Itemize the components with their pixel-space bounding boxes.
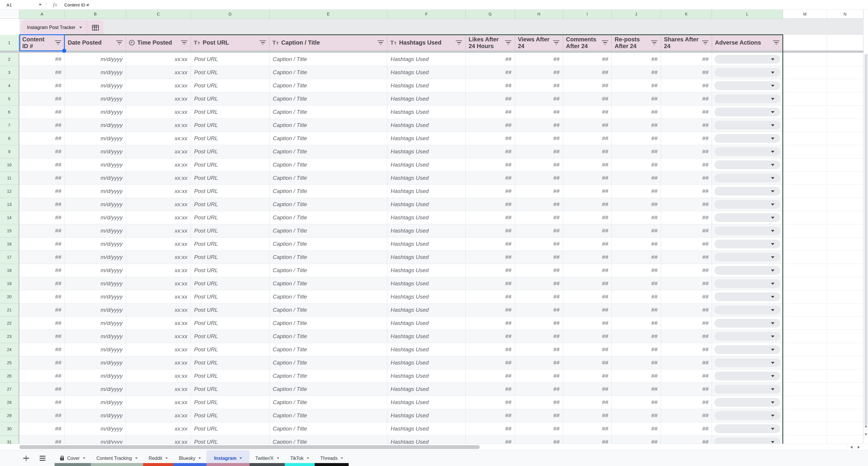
cell-C24[interactable]: xx:xx [126,343,191,356]
cell-G13[interactable]: ## [466,198,515,211]
cell-M14[interactable] [783,211,827,224]
cell-L22[interactable] [712,317,783,330]
cell-M16[interactable] [783,238,827,251]
row-header-29[interactable]: 29 [0,409,19,422]
sheet-tab-reddit[interactable]: Reddit [143,451,173,466]
frozen-row-divider[interactable] [0,51,863,53]
cell-D11[interactable]: Post URL [191,172,270,185]
scroll-left-button[interactable] [847,444,855,450]
cell-E26[interactable]: Caption / Title [270,370,388,383]
cell-F3[interactable]: Hashtags Used [388,66,466,79]
row-header-27[interactable]: 27 [0,383,19,396]
cell-A29[interactable]: ## [19,409,65,422]
cell-M29[interactable] [783,409,827,422]
cell-D22[interactable]: Post URL [191,317,270,330]
name-box[interactable]: A1 [0,2,42,7]
cell-N6[interactable] [827,105,863,119]
cell-I6[interactable]: ## [563,105,612,119]
cell-I28[interactable]: ## [563,396,612,409]
cell-A24[interactable]: ## [19,343,65,356]
cell-K13[interactable]: ## [661,198,712,211]
cell-C19[interactable]: xx:xx [126,277,191,290]
cell-J9[interactable]: ## [612,145,661,158]
adverse-actions-dropdown[interactable] [714,107,780,117]
cell-M21[interactable] [783,304,827,317]
cell-F11[interactable]: Hashtags Used [388,172,466,185]
cell-K19[interactable]: ## [661,277,712,290]
cell-G12[interactable]: ## [466,185,515,198]
cell-I15[interactable]: ## [563,224,612,238]
cell-H23[interactable]: ## [515,330,563,343]
cell-B4[interactable]: m/d/yyyy [65,79,126,92]
adverse-actions-dropdown[interactable] [714,279,780,288]
cell-G20[interactable]: ## [466,290,515,304]
cell-B20[interactable]: m/d/yyyy [65,290,126,304]
horizontal-scrollbar-thumb[interactable] [19,445,480,449]
cell-I13[interactable]: ## [563,198,612,211]
row-header-22[interactable]: 22 [0,317,19,330]
cell-L9[interactable] [712,145,783,158]
cell-E25[interactable]: Caption / Title [270,356,388,370]
row-header-13[interactable]: 13 [0,198,19,211]
cell-D25[interactable]: Post URL [191,356,270,370]
cell-I9[interactable]: ## [563,145,612,158]
cell-I14[interactable]: ## [563,211,612,224]
row-header-18[interactable]: 18 [0,264,19,277]
cell-A17[interactable]: ## [19,251,65,264]
cell-L15[interactable] [712,224,783,238]
scroll-up-icon[interactable] [865,425,867,427]
cell-H21[interactable]: ## [515,304,563,317]
cell-K8[interactable]: ## [661,132,712,145]
cell-C26[interactable]: xx:xx [126,370,191,383]
cell-F23[interactable]: Hashtags Used [388,330,466,343]
cell-A14[interactable]: ## [19,211,65,224]
cell-B12[interactable]: m/d/yyyy [65,185,126,198]
cell-M25[interactable] [783,356,827,370]
cell-H11[interactable]: ## [515,172,563,185]
cell-N26[interactable] [827,370,863,383]
cell-I17[interactable]: ## [563,251,612,264]
cell-K22[interactable]: ## [661,317,712,330]
cell-C30[interactable]: xx:xx [126,422,191,435]
cell-I23[interactable]: ## [563,330,612,343]
cell-N20[interactable] [827,290,863,304]
cell-D5[interactable]: Post URL [191,92,270,105]
cell-J22[interactable]: ## [612,317,661,330]
cell-I12[interactable]: ## [563,185,612,198]
cell-B7[interactable]: m/d/yyyy [65,119,126,132]
cell-J28[interactable]: ## [612,396,661,409]
cell-M2[interactable] [783,53,827,66]
scroll-right-button[interactable] [855,444,862,450]
adverse-actions-dropdown[interactable] [714,424,780,433]
column-header-L[interactable]: L [712,10,783,19]
cell-N29[interactable] [827,409,863,422]
cell-E9[interactable]: Caption / Title [270,145,388,158]
cell-F6[interactable]: Hashtags Used [388,105,466,119]
cell-E2[interactable]: Caption / Title [270,53,388,66]
cell-F22[interactable]: Hashtags Used [388,317,466,330]
cell-L27[interactable] [712,383,783,396]
cell-G25[interactable]: ## [466,356,515,370]
cell-K16[interactable]: ## [661,238,712,251]
cell-M13[interactable] [783,198,827,211]
column-header-H[interactable]: H [515,10,563,19]
cell-I18[interactable]: ## [563,264,612,277]
cell-J5[interactable]: ## [612,92,661,105]
cell-A20[interactable]: ## [19,290,65,304]
cell-H2[interactable]: ## [515,53,563,66]
cell-D30[interactable]: Post URL [191,422,270,435]
cell-F7[interactable]: Hashtags Used [388,119,466,132]
column-header-K[interactable]: K [661,10,712,19]
cell-B10[interactable]: m/d/yyyy [65,158,126,172]
cell-A30[interactable]: ## [19,422,65,435]
cell-A13[interactable]: ## [19,198,65,211]
cell-G14[interactable]: ## [466,211,515,224]
cell-H24[interactable]: ## [515,343,563,356]
adverse-actions-dropdown[interactable] [714,332,780,341]
cell-M11[interactable] [783,172,827,185]
cell-J10[interactable]: ## [612,158,661,172]
row-header-20[interactable]: 20 [0,290,19,304]
adverse-actions-dropdown[interactable] [714,187,780,196]
cell-D24[interactable]: Post URL [191,343,270,356]
cell-A12[interactable]: ## [19,185,65,198]
